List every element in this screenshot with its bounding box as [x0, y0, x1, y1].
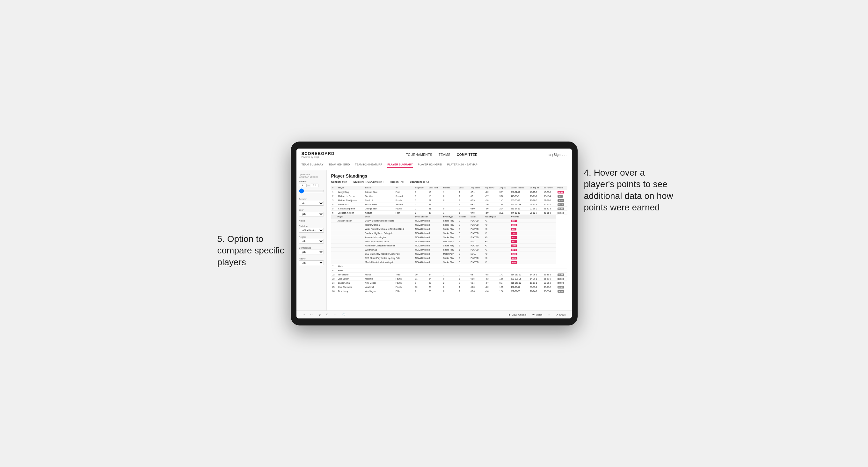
- nav-links: TOURNAMENTS TEAMS COMMITTEE: [406, 153, 477, 157]
- sidebar-year-label: Year: [299, 209, 324, 211]
- filter-region: Region: All: [390, 180, 404, 183]
- nav-right: ⊞ | Sign out: [549, 153, 566, 157]
- event-points: 56.18: [511, 257, 517, 259]
- event-points: 46.7: [511, 228, 517, 230]
- nav-teams[interactable]: TEAMS: [439, 153, 451, 157]
- event-row: Tiger Invitational NCAA Division I Strok…: [331, 223, 567, 227]
- rds-min-input[interactable]: [299, 184, 307, 187]
- nav-bar: SCOREBOARD Powered by clippi TOURNAMENTS…: [297, 149, 572, 161]
- table-row-kolson: 6 Jackson Kolson Auburn First 2 27 1 1 6…: [331, 211, 567, 215]
- toolbar-watch[interactable]: 👁 Watch: [531, 313, 544, 317]
- table-row: 1 Wenyi Ding Arizona State First 1 15 1 …: [331, 190, 567, 194]
- points-badge[interactable]: 40.27: [558, 278, 564, 280]
- sidebar-player-select[interactable]: (All): [299, 260, 324, 265]
- points-badge[interactable]: 48.58: [558, 274, 564, 276]
- toolbar-undo[interactable]: ↩: [301, 313, 306, 317]
- event-points: 66.40: [511, 261, 517, 263]
- subnav-player-h2h-grid[interactable]: PLAYER H2H GRID: [418, 163, 442, 168]
- nav-tournaments[interactable]: TOURNAMENTS: [406, 153, 432, 157]
- event-points: 73.23: [511, 232, 517, 235]
- sidebar-region-section: Region N/A: [299, 236, 324, 244]
- tablet-frame: SCOREBOARD Powered by clippi TOURNAMENTS…: [291, 142, 578, 325]
- table-row: 24 Bastien Amat New Mexico Fourth 1 27 2…: [331, 281, 567, 285]
- toolbar-more[interactable]: ⋯: [333, 313, 338, 317]
- rds-max-input[interactable]: [311, 184, 318, 187]
- table-row: 5 Christo Lamprecht Georgia Tech Fourth …: [331, 207, 567, 211]
- sidebar-region-select[interactable]: N/A: [299, 239, 324, 244]
- sidebar-gender-label: Gender: [299, 198, 324, 200]
- col-school: School: [364, 186, 394, 190]
- col-vs25: Vs Top 25: [529, 186, 542, 190]
- update-time: Update time: 27/01/2024 16:56:26: [299, 174, 324, 178]
- table-row: 8 Prest...: [331, 269, 567, 273]
- toolbar-view-original[interactable]: ▶ View: Original: [507, 313, 528, 317]
- points-badge[interactable]: 38.49: [558, 290, 564, 292]
- event-points: 22.64: [511, 220, 517, 222]
- event-row: Fallen Oak Collegiate Invitational NCAA …: [331, 244, 567, 248]
- points-badge[interactable]: 76.3: [558, 195, 563, 198]
- col-reg-rank: Reg Rank: [414, 186, 428, 190]
- table-row: 26 Petr Hruby Washington Fifth 7 23 0 1 …: [331, 289, 567, 293]
- table-row: 22 Ian Gilligan Florida Third 10 24 1 0 …: [331, 273, 567, 277]
- event-points: 24.11: [511, 240, 517, 243]
- sidebar-year-select[interactable]: (All): [299, 212, 324, 216]
- sidebar-player-section: Player (All): [299, 257, 324, 265]
- table-row: 23 Jack Lundin Missouri Fourth 11 24 0 1…: [331, 277, 567, 281]
- points-badge[interactable]: 88.94: [558, 204, 564, 206]
- points-badge[interactable]: 39.95: [558, 286, 564, 288]
- no-rds-label: No Rds.: [299, 180, 324, 183]
- sidebar-niche-section: Niche: [299, 220, 324, 222]
- toolbar-redo[interactable]: ↪: [309, 313, 314, 317]
- sidebar-division-section: Division NCAA Division I: [299, 225, 324, 233]
- logo-title: SCOREBOARD: [302, 151, 335, 156]
- filter-gender: Gender: Men: [331, 180, 347, 183]
- sidebar-division-select[interactable]: NCAA Division I: [299, 228, 324, 233]
- sidebar-gender-select[interactable]: Men: [299, 201, 324, 206]
- points-badge[interactable]: 70.21: [558, 199, 564, 202]
- toolbar-clock[interactable]: 🕐: [341, 313, 347, 317]
- event-row: Southern Highlands Collegiate NCAA Divis…: [331, 231, 567, 235]
- col-to-par: Avg to Par: [484, 186, 498, 190]
- standings-table: # Player School Yr Reg Rank Conf Rank No…: [331, 186, 567, 293]
- col-conf-rank: Conf Rank: [428, 186, 442, 190]
- rds-inputs: —: [299, 184, 324, 187]
- annotation-bottom-left: 5. Option to compare specific players: [217, 234, 287, 268]
- subnav-team-h2h-heatmap[interactable]: TEAM H2H HEATMAP: [355, 163, 382, 168]
- subnav-player-summary[interactable]: PLAYER SUMMARY: [387, 163, 413, 168]
- subnav-player-h2h-heatmap[interactable]: PLAYER H2H HEATMAP: [447, 163, 477, 168]
- sidebar-conference-section: Conference (All): [299, 247, 324, 254]
- points-badge-kolson[interactable]: 68.18: [558, 212, 564, 214]
- event-row: Wake Forest Invitational at Pinehurst No…: [331, 227, 567, 231]
- table-row: 4 Luke Claton Florida State Second 5 27 …: [331, 203, 567, 207]
- toolbar-export[interactable]: ⬇: [546, 313, 552, 317]
- subnav-team-summary[interactable]: TEAM SUMMARY: [302, 163, 323, 168]
- table-row: 25 Cole Sherwood Vanderbilt Fourth 12 23…: [331, 285, 567, 289]
- sidebar: Update time: 27/01/2024 16:56:26 No Rds.…: [297, 170, 327, 310]
- rds-range-slider[interactable]: [299, 188, 324, 193]
- event-row: The Cypress Point Classic NCAA Division …: [331, 240, 567, 244]
- toolbar-settings[interactable]: ⚙: [317, 313, 322, 317]
- sidebar-no-rds: No Rds. —: [299, 180, 324, 195]
- annotation-top-right: 4. Hover over a player's points to see a…: [584, 167, 676, 214]
- toolbar-share[interactable]: ↗ Share: [554, 313, 567, 317]
- sidebar-conference-label: Conference: [299, 247, 324, 249]
- points-badge[interactable]: 80.89: [558, 208, 564, 210]
- sidebar-niche-label: Niche: [299, 220, 324, 222]
- event-points: 53.60: [511, 224, 517, 226]
- sidebar-player-label: Player: [299, 257, 324, 260]
- event-row: Jackson Kolson UNCW Seahawk Intercollegi…: [331, 219, 567, 223]
- subnav-team-h2h-grid[interactable]: TEAM H2H GRID: [329, 163, 350, 168]
- nav-sign-out[interactable]: Sign out: [554, 153, 567, 157]
- points-badge[interactable]: 40.02: [558, 282, 564, 284]
- share-icon: ↗: [556, 313, 558, 316]
- page-title: Player Standings: [331, 174, 567, 179]
- nav-separator: ⊞ |: [549, 153, 553, 157]
- nav-committee[interactable]: COMMITTEE: [457, 153, 477, 157]
- filter-conference: Conference: All: [410, 180, 429, 183]
- points-badge[interactable]: 88.27: [558, 191, 564, 193]
- toolbar-copy[interactable]: ⧉: [325, 312, 330, 317]
- table-row: 7 Mats...: [331, 264, 567, 269]
- col-adj-score: Adj. Score: [469, 186, 484, 190]
- sidebar-conference-select[interactable]: (All): [299, 250, 324, 254]
- col-yr: Yr: [394, 186, 414, 190]
